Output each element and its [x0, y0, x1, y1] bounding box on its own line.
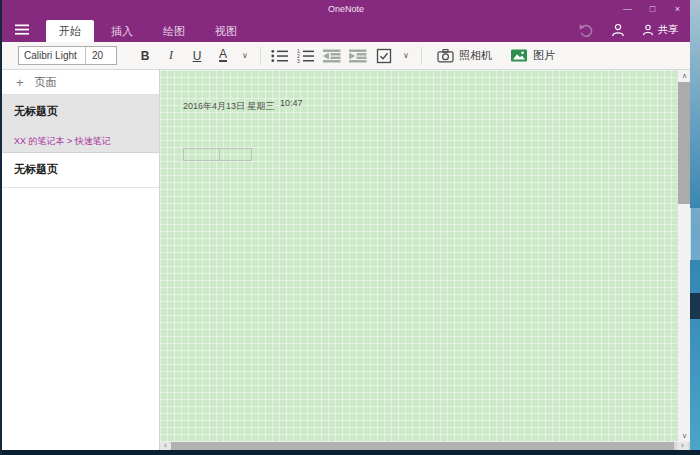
page-title: 无标题页: [2, 95, 159, 119]
font-color-label: A: [219, 49, 227, 62]
window-controls: — □ ×: [615, 0, 690, 18]
camera-button[interactable]: 照相机: [428, 44, 501, 68]
share-button[interactable]: 共享: [642, 23, 678, 37]
add-page-button[interactable]: + 页面: [2, 70, 159, 95]
tab-draw[interactable]: 绘图: [150, 20, 198, 42]
todo-checkbox-icon: [376, 48, 392, 64]
indent-icon: [349, 49, 367, 63]
table-cell[interactable]: [219, 148, 252, 161]
picture-icon: [510, 48, 528, 63]
outdent-button[interactable]: [319, 44, 345, 68]
numbered-list-icon: 1 2 3: [297, 49, 315, 63]
camera-icon: [437, 48, 454, 63]
font-size-select[interactable]: 20: [85, 47, 116, 64]
note-date[interactable]: 2016年4月13日 星期三: [183, 100, 275, 113]
note-table[interactable]: [183, 148, 252, 161]
scroll-left-icon[interactable]: ‹: [160, 442, 171, 450]
bullet-list-button[interactable]: [267, 44, 293, 68]
underline-button[interactable]: U: [184, 44, 210, 68]
minimize-button[interactable]: —: [615, 0, 640, 18]
ribbon-right: 共享: [579, 18, 678, 42]
tab-insert[interactable]: 插入: [98, 20, 146, 42]
tags-chevron-icon[interactable]: ∨: [397, 44, 415, 68]
scroll-down-icon[interactable]: ∨: [678, 430, 690, 442]
indent-button[interactable]: [345, 44, 371, 68]
toolbar-divider: [260, 47, 261, 65]
note-canvas[interactable]: 2016年4月13日 星期三 10:47 ∧ ∨: [160, 70, 690, 442]
page-title: 无标题页: [2, 153, 159, 187]
window-title: OneNote: [328, 4, 364, 14]
maximize-button[interactable]: □: [640, 0, 665, 18]
page-item[interactable]: 无标题页: [2, 153, 159, 188]
camera-label: 照相机: [459, 48, 492, 63]
ribbon: 开始 插入 绘图 视图: [2, 18, 690, 42]
scroll-up-icon[interactable]: ∧: [678, 70, 690, 82]
pages-sidebar: + 页面 无标题页 XX 的笔记本 > 快速笔记 无标题页: [2, 70, 160, 450]
font-color-button[interactable]: A: [210, 44, 236, 68]
tab-home[interactable]: 开始: [46, 20, 94, 42]
breadcrumb: XX 的笔记本 > 快速笔记: [2, 119, 159, 148]
table-cell[interactable]: [183, 148, 219, 161]
toolbar-divider: [421, 47, 422, 65]
scroll-right-icon[interactable]: ›: [677, 442, 688, 450]
font-controls: Calibri Light 20: [18, 46, 117, 65]
tab-view[interactable]: 视图: [202, 20, 250, 42]
share-person-icon: [642, 24, 654, 36]
taskbar-edge: [0, 450, 700, 455]
horizontal-scrollbar[interactable]: ‹ ›: [160, 442, 690, 450]
vertical-scrollbar-thumb[interactable]: [678, 82, 690, 204]
add-page-label: 页面: [35, 75, 57, 90]
undo-icon[interactable]: [579, 23, 594, 37]
vertical-scrollbar[interactable]: ∧ ∨: [677, 70, 690, 442]
font-name-select[interactable]: Calibri Light: [19, 47, 85, 64]
page-item-selected[interactable]: 无标题页 XX 的笔记本 > 快速笔记: [2, 95, 159, 153]
hamburger-menu-button[interactable]: [14, 23, 30, 36]
hamburger-icon: [14, 23, 30, 36]
bold-button[interactable]: B: [132, 44, 158, 68]
font-options-chevron-icon[interactable]: ∨: [236, 44, 254, 68]
add-icon: +: [16, 75, 24, 90]
desktop-fragment: [690, 293, 700, 319]
desktop-fragment: [690, 208, 700, 260]
bullet-list-icon: [271, 49, 289, 63]
todo-tag-button[interactable]: [371, 44, 397, 68]
numbered-list-button[interactable]: 1 2 3: [293, 44, 319, 68]
outdent-icon: [323, 49, 341, 63]
note-time[interactable]: 10:47: [280, 98, 303, 108]
account-icon[interactable]: [611, 23, 625, 37]
picture-button[interactable]: 图片: [501, 44, 564, 68]
share-label: 共享: [658, 23, 678, 37]
titlebar: OneNote — □ ×: [2, 0, 690, 18]
formatting-toolbar: Calibri Light 20 B I U A ∨ 1 2 3: [2, 42, 690, 70]
picture-label: 图片: [533, 48, 555, 63]
underline-label: U: [193, 49, 202, 63]
svg-text:3: 3: [297, 58, 300, 63]
horizontal-scrollbar-thumb[interactable]: [171, 442, 674, 450]
onenote-window: OneNote — □ × 开始 插入 绘图 视图: [2, 0, 690, 450]
close-button[interactable]: ×: [665, 0, 690, 18]
italic-button[interactable]: I: [158, 44, 184, 68]
screen: OneNote — □ × 开始 插入 绘图 视图: [0, 0, 700, 455]
